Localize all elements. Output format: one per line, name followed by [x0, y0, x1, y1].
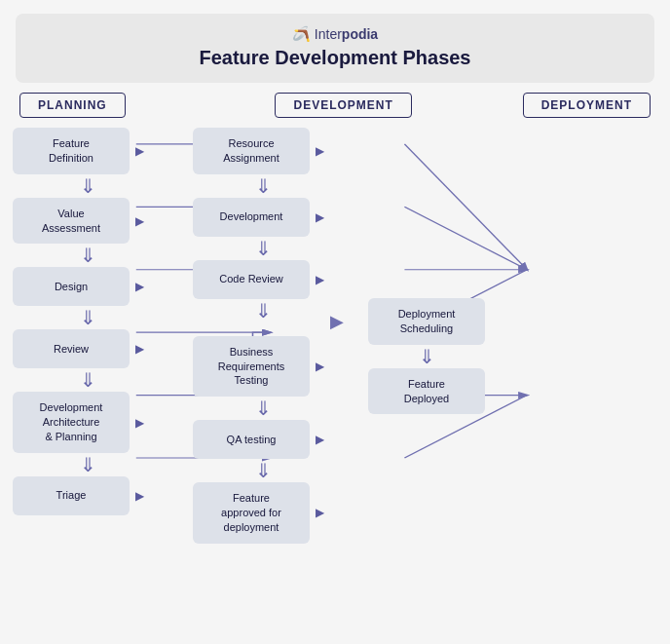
arrow-arch-down: ⇓ — [30, 453, 147, 476]
resource-assignment-row: ResourceAssignment ▶ — [193, 128, 334, 174]
design-node: Design — [13, 267, 130, 306]
dev-arch-row: DevelopmentArchitecture& Planning ▶ — [13, 392, 164, 453]
qa-node: QA testing — [193, 420, 310, 459]
dev-arch-node: DevelopmentArchitecture& Planning — [13, 392, 130, 453]
resource-assignment-node: ResourceAssignment — [193, 128, 310, 174]
feature-approved-row: Featureapproved fordeployment ▶ — [193, 482, 334, 544]
deployment-column-header: DEPLOYMENT — [523, 93, 651, 118]
qa-row: QA testing ▶ — [193, 420, 334, 459]
arrow-va-right: ▶ — [135, 214, 144, 228]
arrow-fd-down: ⇓ — [30, 174, 147, 198]
arrow-design-right: ▶ — [135, 280, 144, 293]
big-right-arrow: ▶ — [330, 311, 344, 332]
arrow-arch-right: ▶ — [135, 416, 144, 430]
header-logo: 🪃 Interpodia — [35, 25, 635, 43]
feature-definition-row: FeatureDefinition ▶ — [13, 128, 164, 174]
code-review-row: Code Review ▶ — [193, 260, 334, 299]
three-columns: FeatureDefinition ▶ ⇓ ValueAssessment ▶ … — [8, 128, 662, 544]
review-row: Review ▶ — [13, 329, 164, 368]
development-column-header: DEVELOPMENT — [275, 93, 411, 118]
feature-deployed-row: FeatureDeployed — [363, 368, 490, 415]
arrow-cr-right: ▶ — [316, 273, 324, 286]
big-right-arrow-container: ▶ — [193, 311, 334, 332]
arrow-qa-right: ▶ — [316, 433, 324, 446]
arrow-review-right: ▶ — [135, 342, 144, 356]
page-title: Feature Development Phases — [35, 47, 635, 69]
development-node-row: Development ▶ — [193, 198, 334, 237]
feature-approved-node: Featureapproved fordeployment — [193, 482, 310, 544]
deployment-column: DeploymentScheduling ⇓ FeatureDeployed — [363, 128, 490, 414]
logo-icon: 🪃 — [292, 25, 311, 43]
feature-definition-node: FeatureDefinition — [13, 128, 130, 174]
arrow-review-down: ⇓ — [30, 368, 147, 392]
feature-deployed-node: FeatureDeployed — [368, 368, 485, 415]
logo-text: Interpodia — [315, 26, 378, 42]
page-wrapper: 🪃 Interpodia Feature Development Phases … — [0, 0, 670, 563]
flow-diagram: FeatureDefinition ▶ ⇓ ValueAssessment ▶ … — [8, 128, 662, 544]
arrow-ra-right: ▶ — [316, 144, 324, 158]
brt-row: BusinessRequirementsTesting ▶ — [193, 336, 334, 398]
development-node: Development — [193, 198, 310, 237]
arrow-qa-down: ⇓ — [205, 459, 322, 482]
arrow-dev-right: ▶ — [316, 210, 324, 224]
arrow-fa-right: ▶ — [316, 506, 324, 519]
arrow-brt-down: ⇓ — [205, 397, 322, 420]
column-headers: PLANNING DEVELOPMENT DEPLOYMENT — [0, 93, 670, 118]
development-column: ResourceAssignment ▶ ⇓ Development ▶ ⇓ C… — [193, 128, 334, 544]
planning-column-header: PLANNING — [19, 93, 126, 118]
triage-row: Triage ▶ — [13, 476, 164, 515]
arrow-va-down: ⇓ — [30, 244, 147, 267]
value-assessment-node: ValueAssessment — [13, 198, 130, 245]
arrow-fd-right: ▶ — [135, 144, 144, 158]
triage-node: Triage — [13, 476, 130, 515]
value-assessment-row: ValueAssessment ▶ — [13, 198, 164, 245]
deployment-scheduling-row: DeploymentScheduling — [363, 298, 490, 345]
arrow-dev-down: ⇓ — [205, 237, 322, 260]
header: 🪃 Interpodia Feature Development Phases — [16, 14, 654, 83]
code-review-node: Code Review — [193, 260, 310, 299]
arrow-ds-down: ⇓ — [368, 345, 485, 368]
arrow-triage-right: ▶ — [135, 489, 144, 503]
arrow-design-down: ⇓ — [30, 306, 147, 329]
deployment-scheduling-node: DeploymentScheduling — [368, 298, 485, 345]
design-row: Design ▶ — [13, 267, 164, 306]
planning-column: FeatureDefinition ▶ ⇓ ValueAssessment ▶ … — [13, 128, 164, 515]
review-node: Review — [13, 329, 130, 368]
arrow-ra-down: ⇓ — [205, 174, 322, 198]
arrow-brt-right: ▶ — [316, 360, 324, 373]
brt-node: BusinessRequirementsTesting — [193, 336, 310, 398]
